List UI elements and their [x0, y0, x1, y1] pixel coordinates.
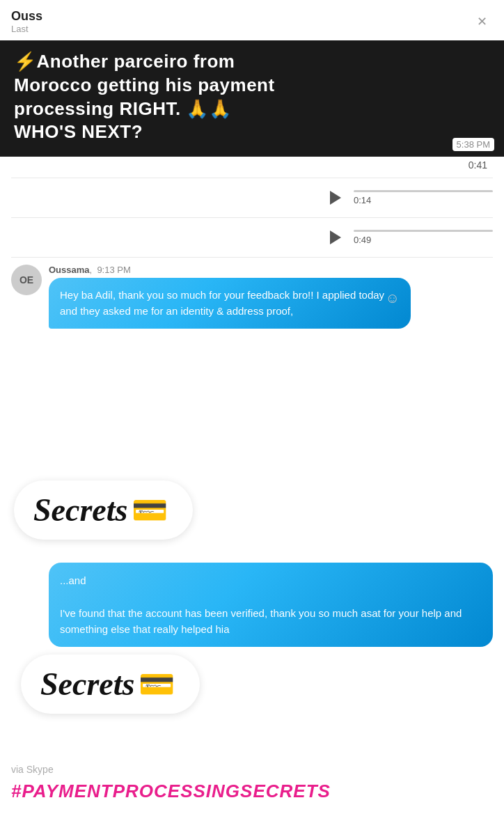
audio-play-button-2[interactable]: [322, 225, 347, 250]
overlay-line2: Morocco getting his payment: [14, 75, 275, 95]
message-sender-time: Oussama, 9:13 PM: [49, 265, 493, 275]
secrets-sticker-1: Secrets 💳: [14, 480, 193, 540]
audio-duration-main: 0:41: [0, 157, 504, 178]
audio-play-button-1[interactable]: [322, 185, 347, 210]
bubble-text-2: I've found that the account has been ver…: [60, 607, 462, 635]
credit-card-icon-1: 💳: [132, 493, 168, 527]
chat-bubble-bottom: ...and I've found that the account has b…: [49, 563, 493, 647]
message-time: 9:13 PM: [97, 265, 130, 275]
secrets-sticker-2: Secrets 💳: [21, 655, 200, 714]
overlay-message-text: ⚡Another parceiro from Morocco getting h…: [14, 50, 490, 144]
chat-header: Ouss Last ✕: [0, 0, 504, 40]
via-skype-label: via Skype: [11, 764, 331, 775]
play-icon-1: [330, 191, 341, 205]
audio-duration-2: 0:49: [354, 235, 371, 245]
bubble-text-1: Hey ba Adil, thank you so much for your …: [60, 289, 384, 317]
play-icon-2: [330, 230, 341, 244]
chat-bubble-top: ☺ Hey ba Adil, thank you so much for you…: [49, 278, 411, 329]
audio-message-2: 0:49: [0, 218, 504, 257]
overlay-line1: ⚡Another parceiro from: [14, 51, 235, 72]
message-content: Oussama, 9:13 PM ☺ Hey ba Adil, thank yo…: [49, 265, 493, 329]
audio-progress-bar-1: [354, 190, 493, 192]
audio-progress-bar-2: [354, 230, 493, 232]
reaction-smiley-icon[interactable]: ☺: [386, 288, 400, 308]
avatar: OE: [11, 265, 42, 295]
contact-subtitle: Last: [11, 24, 42, 34]
overlay-line4: WHO'S NEXT?: [14, 121, 143, 142]
sender-name: Oussama: [49, 265, 90, 275]
audio-message-1: 0:14: [0, 178, 504, 217]
bottom-footer: via Skype #PAYMENTPROCESSINGSECRETS: [11, 764, 331, 802]
overlay-line3: processing RIGHT. 🙏🙏: [14, 98, 231, 119]
secrets-label-1: Secrets: [33, 492, 127, 528]
hashtag-text: #PAYMENTPROCESSINGSECRETS: [11, 781, 331, 802]
contact-name: Ouss: [11, 9, 42, 24]
overlay-message-bubble: ⚡Another parceiro from Morocco getting h…: [0, 40, 504, 157]
app-screen: Ouss Last ✕ ⚡Another parceiro from Moroc…: [0, 0, 504, 830]
close-icon[interactable]: ✕: [471, 8, 493, 35]
overlay-timestamp: 5:38 PM: [452, 138, 494, 151]
bubble-text-2-end: ...and: [60, 574, 86, 586]
oussama-message-row: OE Oussama, 9:13 PM ☺ Hey ba Adil, thank…: [0, 258, 504, 333]
secrets-label-2: Secrets: [40, 666, 134, 703]
chat-bubble-bottom-wrapper: ...and I've found that the account has b…: [0, 563, 504, 647]
audio-info-2: 0:49: [354, 230, 493, 245]
credit-card-icon-2: 💳: [139, 667, 175, 701]
audio-duration-1: 0:14: [354, 195, 371, 205]
audio-info-1: 0:14: [354, 190, 493, 205]
